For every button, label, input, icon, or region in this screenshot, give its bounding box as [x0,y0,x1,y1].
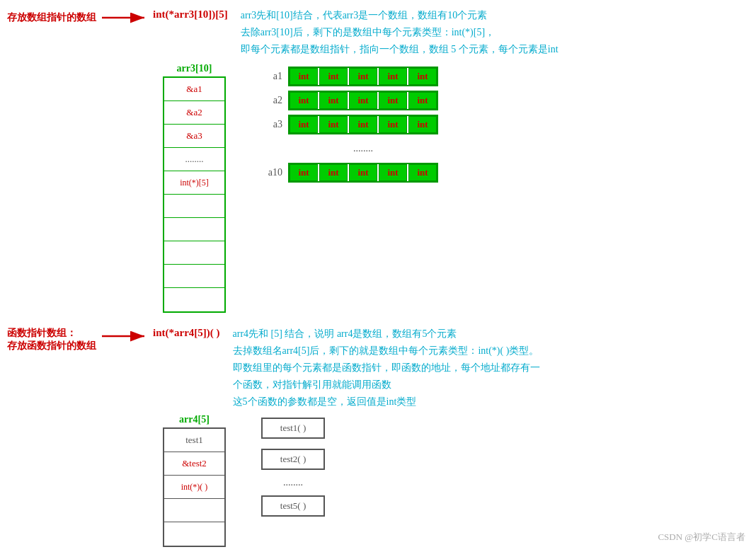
arr3-cell-0: &a1 [164,78,224,101]
a3-box-1: int [319,116,348,133]
bottom-exp-4: 这5个函数的参数都是空，返回值是int类型 [233,393,540,410]
top-exp-line2: 去除arr3[10]后，剩下的是数组中每个元素类型：int(*)[5]， [241,24,559,41]
int-row-a1: a1 int int int int int [261,67,438,86]
bottom-arrow-icon [101,328,150,347]
a2-box-2: int [349,92,377,109]
dots-middle: ........ [288,143,438,154]
int-row-a2: a2 int int int int int [261,91,438,110]
func-dots: ........ [261,477,325,488]
a10-box-1: int [319,164,348,181]
arr4-cell-1: &test2 [164,452,224,476]
a3-box-2: int [349,116,377,133]
top-section: 存放数组指针的数组 int(*arr3[10])[5] arr3先和[10]结合… [7,7,749,313]
a10-box-3: int [379,164,407,181]
bottom-section: 函数指针数组： 存放函数指针的数组 int(*arr4[5])( ) arr4先… [7,326,749,547]
a1-boxes: int int int int int [288,67,438,86]
bottom-label-line2: 存放函数指针的数组 [7,340,96,352]
arr3-cell-8 [164,265,224,288]
top-exp-line1: arr3先和[10]结合，代表arr3是一个数组，数组有10个元素 [241,7,559,24]
a10-box-4: int [408,164,437,181]
arr3-cell-9 [164,288,224,311]
arr3-cell-3: ........ [164,148,224,171]
page: 存放数组指针的数组 int(*arr3[10])[5] arr3先和[10]结合… [0,0,756,552]
bottom-exp-2: 即数组里的每个元素都是函数指针，即函数的地址，每个地址都存有一 [233,360,540,376]
bottom-exp-0: arr4先和 [5] 结合，说明 arr4是数组，数组有5个元素 [233,326,540,343]
watermark: CSDN @初学C语言者 [658,531,745,544]
arr4-cell-3 [164,499,224,522]
arr3-cells: &a1 &a2 &a3 ........ [163,76,226,313]
arr4-cells: test1 &test2 int(*)( ) [163,427,226,547]
bottom-code-label: int(*arr4[5])( ) [153,327,220,339]
func-box-test2: test2( ) [261,449,325,470]
a10-box-2: int [349,164,377,181]
arr4-cell-2: int(*)( ) [164,476,224,499]
arr4-cell-0: test1 [164,429,224,452]
top-arrow-icon [101,10,150,28]
a3-box-4: int [408,116,437,133]
a1-box-4: int [408,68,437,85]
arr3-cell-4: int(*)[5] [164,171,224,195]
top-exp-line3: 即每个元素都是数组指针，指向一个数组，数组 5 个元素，每个元素是int [241,41,559,58]
a10-label: a10 [261,167,282,178]
bottom-exp-1: 去掉数组名arr4[5]后，剩下的就是数组中每个元素类型：int(*)( )类型… [233,343,540,360]
top-code-label: int(*arr3[10])[5] [153,8,228,21]
a1-box-2: int [349,68,377,85]
arr3-cell-7 [164,241,224,265]
bottom-arrow-svg [101,328,150,344]
arr3-label: arr3[10] [177,63,212,74]
arr4-label: arr4[5] [179,414,210,425]
a1-box-0: int [290,68,318,85]
func-boxes-container: test1( ) test2( ) ........ test5( ) [261,418,325,517]
a1-box-1: int [319,68,348,85]
int-rows-container: a1 int int int int int a2 int int [261,67,438,187]
a3-label: a3 [261,119,282,130]
a2-box-1: int [319,92,348,109]
bottom-explanation: arr4先和 [5] 结合，说明 arr4是数组，数组有5个元素 去掉数组名ar… [233,326,540,410]
int-row-a10: a10 int int int int int [261,163,438,183]
arrow-svg [101,10,150,25]
top-left-label: 存放数组指针的数组 [7,11,96,24]
arr3-cell-1: &a2 [164,101,224,125]
arr4-cell-4 [164,522,224,546]
a1-label: a1 [261,71,282,82]
bottom-exp-3: 个函数，对指针解引用就能调用函数 [233,376,540,393]
arr4-container: arr4[5] test1 &test2 int(*)( ) [163,414,226,547]
a1-box-3: int [379,68,407,85]
a10-boxes: int int int int int [288,163,438,183]
top-explanation: arr3先和[10]结合，代表arr3是一个数组，数组有10个元素 去除arr3… [241,7,559,57]
func-box-test5: test5( ) [261,495,325,517]
a2-box-0: int [290,92,318,109]
bottom-left-labels: 函数指针数组： 存放函数指针的数组 [7,327,96,352]
a3-boxes: int int int int int [288,115,438,134]
arr3-container: arr3[10] &a1 &a2 &a3 . [163,63,226,313]
arr3-cell-2: &a3 [164,125,224,148]
a2-box-3: int [379,92,407,109]
a10-box-0: int [290,164,318,181]
a3-box-0: int [290,116,318,133]
arr3-cell-5 [164,195,224,218]
bottom-label-line1: 函数指针数组： [7,327,96,340]
arr3-cell-6 [164,218,224,241]
int-row-a3: a3 int int int int int [261,115,438,134]
a2-box-4: int [408,92,437,109]
a2-label: a2 [261,95,282,106]
a3-box-3: int [379,116,407,133]
a2-boxes: int int int int int [288,91,438,110]
func-box-test1: test1( ) [261,418,325,439]
